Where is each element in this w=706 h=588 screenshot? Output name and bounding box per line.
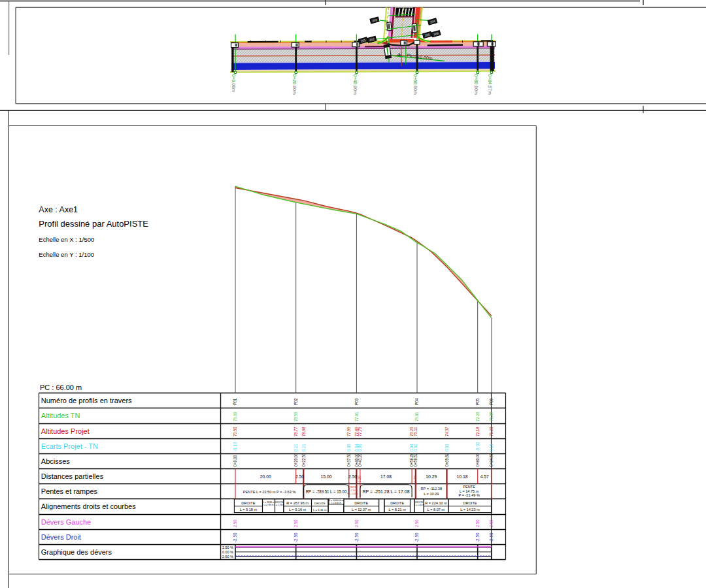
- svg-text:L = 4.60 m: L = 4.60 m: [331, 502, 341, 504]
- svg-text:0+80.00m: 0+80.00m: [474, 74, 479, 95]
- svg-text:0+20.00m: 0+20.00m: [292, 74, 297, 95]
- svg-text:0+80.00: 0+80.00: [475, 453, 480, 466]
- svg-text:0+22.50: 0+22.50: [301, 453, 306, 466]
- svg-text:L = 10.29: L = 10.29: [424, 492, 439, 496]
- svg-text:DROITE: DROITE: [275, 501, 283, 504]
- svg-text:79.60: 79.60: [233, 412, 237, 421]
- svg-text:71.20: 71.20: [489, 427, 494, 436]
- svg-text:DROITE: DROITE: [241, 501, 255, 505]
- svg-text:2.50: 2.50: [233, 519, 237, 527]
- svg-text:Echelle en Y : 1/100: Echelle en Y : 1/100: [39, 251, 94, 258]
- svg-text:1.24: 1.24: [413, 476, 417, 483]
- svg-text:P = -21.49 %: P = -21.49 %: [458, 493, 479, 497]
- svg-text:0.00 %: 0.00 %: [222, 550, 233, 554]
- svg-text:0.15: 0.15: [489, 444, 494, 451]
- svg-text:0+41.20: 0+41.20: [358, 453, 362, 466]
- svg-text:PENTE: PENTE: [349, 486, 356, 489]
- svg-text:71.05: 71.05: [489, 412, 494, 421]
- svg-text:77.81: 77.81: [354, 412, 359, 421]
- svg-text:DROITE: DROITE: [314, 502, 326, 505]
- svg-text:L = 1.74 m: L = 1.74 m: [274, 504, 284, 506]
- svg-text:L = 9.16 m: L = 9.16 m: [289, 508, 307, 512]
- svg-text:4.57: 4.57: [480, 474, 489, 479]
- svg-text:-0.02: -0.02: [475, 442, 480, 451]
- svg-text:0+84.57m: 0+84.57m: [488, 74, 492, 95]
- svg-text:PENTE: PENTE: [463, 485, 475, 489]
- svg-text:P01: P01: [233, 398, 237, 405]
- svg-text:0.05: 0.05: [346, 444, 351, 451]
- svg-text:0.03: 0.03: [445, 444, 449, 451]
- svg-text:L = 5.31 m: L = 5.31 m: [313, 508, 327, 512]
- svg-text:0+59.52: 0+59.52: [413, 453, 418, 466]
- svg-text:0+20.00: 0+20.00: [294, 453, 298, 466]
- svg-text:Dévers Droit: Dévers Droit: [41, 533, 81, 541]
- svg-text:L = 8.21 m: L = 8.21 m: [389, 508, 407, 512]
- svg-text:P06: P06: [489, 398, 494, 405]
- svg-text:P = -5.63 %: P = -5.63 %: [347, 493, 358, 495]
- svg-text:77.99: 77.99: [346, 427, 351, 436]
- svg-text:17.08: 17.08: [380, 474, 392, 479]
- svg-text:PENTE L = 22.50 m P = -3.63: PENTE L = 22.50 m P = -3.63 %: [243, 490, 296, 494]
- svg-text:DROITE: DROITE: [415, 501, 423, 504]
- svg-text:1.20: 1.20: [358, 476, 361, 483]
- svg-text:0.02: 0.02: [413, 444, 418, 451]
- svg-text:2.50: 2.50: [475, 519, 480, 527]
- svg-text:DROITE: DROITE: [390, 501, 404, 505]
- svg-text:RP = -789.51 L = 15.00: RP = -789.51 L = 15.00: [306, 489, 347, 494]
- svg-text:76.01: 76.01: [414, 412, 419, 421]
- svg-text:72.20: 72.20: [475, 412, 480, 421]
- svg-text:R = 267.96 m: R = 267.96 m: [286, 501, 309, 505]
- svg-text:Pentes et rampes: Pentes et rampes: [41, 487, 98, 495]
- svg-text:-0.10: -0.10: [233, 442, 237, 451]
- svg-text:Distances partielles: Distances partielles: [41, 472, 104, 480]
- svg-text:P04: P04: [414, 398, 419, 405]
- svg-text:L = 12.07 m: L = 12.07 m: [352, 508, 371, 512]
- svg-text:2.50: 2.50: [348, 474, 357, 479]
- svg-text:Abcisses: Abcisses: [41, 457, 71, 465]
- svg-text:-2.50: -2.50: [294, 532, 298, 542]
- svg-text:L = 14.75 m: L = 14.75 m: [460, 489, 479, 493]
- svg-text:L = 9.18 m: L = 9.18 m: [240, 508, 258, 512]
- svg-text:Ecarts Projet - TN: Ecarts Projet - TN: [41, 442, 98, 450]
- svg-text:10.29: 10.29: [426, 474, 437, 479]
- svg-text:2.50: 2.50: [489, 519, 494, 527]
- svg-text:0+84.57: 0+84.57: [489, 453, 494, 466]
- svg-text:Profil dessiné par AutoPISTE: Profil dessiné par AutoPISTE: [39, 219, 148, 229]
- svg-text:DROITE: DROITE: [354, 501, 368, 505]
- svg-text:0+0.00: 0+0.00: [233, 455, 237, 466]
- svg-text:L = 14.23 m: L = 14.23 m: [460, 508, 480, 512]
- svg-text:R = 224.10 m: R = 224.10 m: [425, 501, 447, 505]
- svg-text:0+37.50: 0+37.50: [346, 453, 351, 466]
- svg-text:79.50: 79.50: [233, 427, 237, 436]
- svg-text:P02: P02: [294, 398, 298, 405]
- svg-text:78.68: 78.68: [301, 427, 306, 436]
- svg-text:Numéro de profils en travers: Numéro de profils en travers: [41, 397, 132, 404]
- svg-text:L = 8.07 m: L = 8.07 m: [428, 508, 445, 512]
- svg-text:Graphique des dévers: Graphique des dévers: [41, 548, 112, 556]
- svg-text:L = 38.88 m: L = 38.88 m: [263, 501, 275, 504]
- svg-text:Alignements droits et courbes: Alignements droits et courbes: [41, 502, 136, 510]
- svg-text:76.11: 76.11: [413, 427, 418, 436]
- svg-text:0+40.00m: 0+40.00m: [353, 74, 358, 95]
- svg-text:2.50 %: 2.50 %: [222, 546, 233, 549]
- svg-text:Altitudes TN: Altitudes TN: [41, 412, 80, 419]
- svg-text:-2.50: -2.50: [354, 532, 359, 542]
- svg-text:72.18: 72.18: [475, 427, 480, 436]
- svg-text:74.37: 74.37: [445, 427, 449, 436]
- svg-text:P05: P05: [475, 398, 480, 405]
- svg-text:78.56: 78.56: [294, 412, 298, 421]
- svg-text:-2.50: -2.50: [489, 532, 494, 542]
- svg-text:Altitudes Projet: Altitudes Projet: [41, 427, 90, 435]
- svg-text:-2.50: -2.50: [475, 532, 480, 542]
- svg-text:-2.50: -2.50: [414, 532, 419, 542]
- svg-text:2.50: 2.50: [354, 519, 359, 527]
- svg-text:2.50: 2.50: [294, 519, 298, 527]
- svg-text:RP = -112.38: RP = -112.38: [420, 487, 442, 491]
- svg-text:L = 2.50 m: L = 2.50 m: [348, 489, 358, 492]
- svg-text:L = 7.83 m: L = 7.83 m: [263, 504, 273, 506]
- svg-text:0+60.00m: 0+60.00m: [413, 74, 418, 95]
- svg-text:0+0.00m: 0+0.00m: [231, 74, 236, 93]
- svg-text:RP = -251.28 L = 17.08: RP = -251.28 L = 17.08: [362, 489, 410, 494]
- svg-text:L = 1.45 m: L = 1.45 m: [414, 504, 424, 506]
- svg-text:P03: P03: [354, 398, 359, 405]
